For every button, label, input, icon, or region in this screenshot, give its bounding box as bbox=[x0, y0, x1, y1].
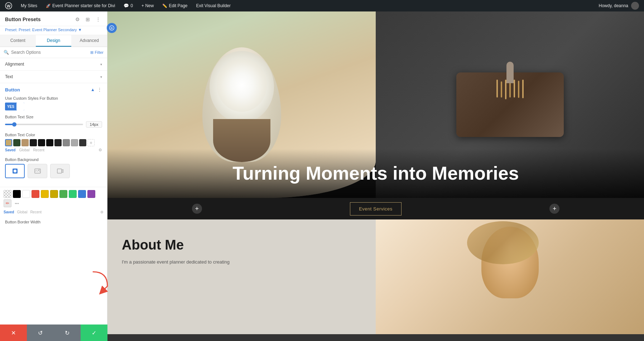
tab-design[interactable]: Design bbox=[36, 35, 72, 47]
add-right-icon[interactable]: + bbox=[549, 204, 559, 214]
custom-styles-label: Use Custom Styles For Button bbox=[5, 96, 102, 100]
color-tab-global[interactable]: Global bbox=[19, 148, 29, 152]
about-title: About Me bbox=[122, 237, 361, 253]
admin-bar-right: Howdy, deanna bbox=[597, 2, 641, 10]
hero-images bbox=[107, 11, 644, 198]
panel-settings-icon[interactable]: ⚙ bbox=[74, 16, 81, 23]
panel-body: 🔍 ⊞ Filter Alignment ▾ Text ▾ Butto bbox=[0, 47, 107, 341]
svg-rect-6 bbox=[57, 169, 62, 173]
panel-title: Button Presets bbox=[5, 16, 74, 22]
text-size-label: Button Text Size bbox=[5, 115, 102, 119]
main-layout: Button Presets ⚙ ⊞ ⋮ Preset: Preset: Eve… bbox=[0, 0, 644, 341]
panel-columns-icon[interactable]: ⊞ bbox=[84, 16, 91, 23]
color-swatch-midgray[interactable] bbox=[63, 139, 70, 146]
add-right-plus: + bbox=[553, 205, 557, 213]
text-chevron-icon: ▾ bbox=[100, 75, 102, 79]
search-row: 🔍 ⊞ Filter bbox=[0, 47, 107, 58]
button-collapse-icon[interactable]: ▲ bbox=[91, 87, 95, 92]
tab-advanced[interactable]: Advanced bbox=[71, 35, 107, 47]
button-section-title: Button bbox=[5, 87, 91, 93]
bg-video-option[interactable] bbox=[50, 164, 70, 178]
palette-green2[interactable] bbox=[69, 190, 77, 198]
preset-value[interactable]: Preset: Event Planner Secondary bbox=[19, 28, 77, 32]
palette-tab-saved[interactable]: Saved bbox=[4, 210, 14, 214]
color-swatch-darkgreen[interactable] bbox=[13, 139, 20, 146]
color-swatch-lightgray[interactable] bbox=[71, 139, 78, 146]
color-swatch-gold[interactable] bbox=[5, 139, 12, 146]
add-left-column[interactable]: + bbox=[107, 204, 286, 214]
about-left: About Me I'm a passionate event planner … bbox=[107, 219, 376, 334]
add-left-plus: + bbox=[195, 205, 199, 213]
palette-row: ✏ ••• Saved Global Recent ⚙ bbox=[0, 187, 107, 217]
panel-menu-icon[interactable]: ⋮ bbox=[94, 16, 102, 23]
palette-yellow1[interactable] bbox=[41, 190, 49, 198]
exit-builder-button[interactable]: Exit Visual Builder bbox=[194, 3, 233, 8]
about-section: About Me I'm a passionate event planner … bbox=[107, 219, 644, 334]
bg-image-option[interactable] bbox=[28, 164, 47, 178]
custom-styles-toggle[interactable]: YES bbox=[5, 103, 24, 110]
palette-tab-recent[interactable]: Recent bbox=[30, 210, 42, 214]
wp-logo-button[interactable]: W bbox=[3, 2, 14, 9]
button-menu-icon[interactable]: ⋮ bbox=[97, 87, 102, 93]
about-text: I'm a passionate event planner dedicated… bbox=[122, 259, 361, 266]
palette-tab-global[interactable]: Global bbox=[17, 210, 27, 214]
palette-settings-icon[interactable]: ⚙ bbox=[100, 210, 104, 214]
add-left-icon[interactable]: + bbox=[192, 204, 202, 214]
width-section: Button Border Width bbox=[0, 217, 107, 229]
color-swatch-black2[interactable] bbox=[38, 139, 45, 146]
save-button[interactable]: ✓ bbox=[81, 325, 107, 341]
button-background-label: Button Background bbox=[5, 157, 102, 162]
palette-checker[interactable] bbox=[4, 190, 11, 198]
color-swatch-charcoal[interactable] bbox=[79, 139, 86, 146]
undo-button[interactable]: ↺ bbox=[27, 325, 54, 341]
left-panel: Button Presets ⚙ ⊞ ⋮ Preset: Preset: Eve… bbox=[0, 11, 107, 341]
palette-pencil[interactable]: ✏ bbox=[4, 199, 11, 207]
tabs-row: Content Design Advanced bbox=[0, 35, 107, 47]
redo-button[interactable]: ↻ bbox=[54, 325, 81, 341]
event-services-button[interactable]: Event Services bbox=[350, 202, 402, 216]
filter-icon: ⊞ bbox=[90, 50, 93, 55]
palette-tabs: Saved Global Recent ⚙ bbox=[4, 210, 104, 214]
color-tab-saved[interactable]: Saved bbox=[5, 148, 15, 152]
edit-page-button[interactable]: ✏️ Edit Page bbox=[160, 3, 189, 8]
text-size-slider-thumb[interactable] bbox=[12, 122, 16, 127]
my-sites-button[interactable]: My Sites bbox=[19, 3, 39, 8]
section-add-row: + Event Services + bbox=[107, 198, 644, 219]
palette-green1[interactable] bbox=[59, 190, 67, 198]
palette-yellow2[interactable] bbox=[50, 190, 58, 198]
text-size-input[interactable] bbox=[86, 121, 102, 128]
new-button[interactable]: + New bbox=[139, 3, 156, 8]
color-tab-recent[interactable]: Recent bbox=[33, 148, 44, 152]
add-right-column[interactable]: + bbox=[465, 204, 644, 214]
preset-row: Preset: Preset: Event Planner Secondary … bbox=[0, 26, 107, 35]
color-swatch-black3[interactable] bbox=[46, 139, 53, 146]
palette-white[interactable] bbox=[22, 190, 30, 198]
preset-dropdown-icon[interactable]: ▼ bbox=[78, 28, 82, 32]
tab-content[interactable]: Content bbox=[0, 35, 36, 47]
howdy-user[interactable]: Howdy, deanna bbox=[597, 2, 641, 10]
text-color-swatches: + bbox=[5, 139, 102, 146]
palette-red[interactable] bbox=[32, 190, 39, 198]
event-planner-site-button[interactable]: 🚀 Event Planner starter site for Divi bbox=[44, 3, 117, 8]
palette-black[interactable] bbox=[13, 190, 21, 198]
palette-more-icon[interactable]: ••• bbox=[13, 199, 21, 207]
palette-blue[interactable] bbox=[78, 190, 86, 198]
button-background-row: Button Background bbox=[5, 157, 102, 178]
palette-purple[interactable] bbox=[87, 190, 95, 198]
panel-header-icons: ⚙ ⊞ ⋮ bbox=[74, 16, 102, 23]
color-swatch-tan[interactable] bbox=[21, 139, 29, 146]
alignment-label: Alignment bbox=[5, 62, 100, 67]
color-swatch-darkgray[interactable] bbox=[54, 139, 62, 146]
svg-point-5 bbox=[38, 170, 39, 171]
event-services-col: Event Services bbox=[286, 202, 465, 216]
color-swatch-black1[interactable] bbox=[30, 139, 37, 146]
color-swatch-add[interactable]: + bbox=[87, 139, 95, 146]
cancel-button[interactable]: ✕ bbox=[0, 325, 27, 341]
color-settings-icon[interactable]: ⚙ bbox=[98, 148, 102, 152]
comment-count-button[interactable]: 💬 0 bbox=[121, 3, 135, 8]
filter-button[interactable]: ⊞ Filter bbox=[90, 50, 104, 55]
text-section[interactable]: Text ▾ bbox=[0, 71, 107, 83]
search-input[interactable] bbox=[11, 50, 90, 55]
alignment-section[interactable]: Alignment ▾ bbox=[0, 58, 107, 71]
bg-color-option[interactable] bbox=[5, 164, 25, 178]
